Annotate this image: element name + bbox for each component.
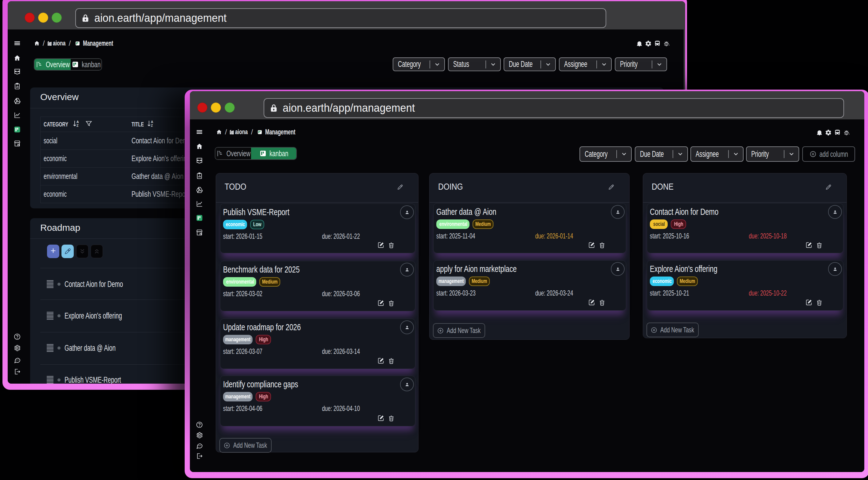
svg-text:A: A: [76, 120, 79, 124]
svg-text:A: A: [151, 120, 153, 124]
svg-text:Z: Z: [151, 124, 153, 127]
svg-text:Z: Z: [76, 124, 79, 127]
